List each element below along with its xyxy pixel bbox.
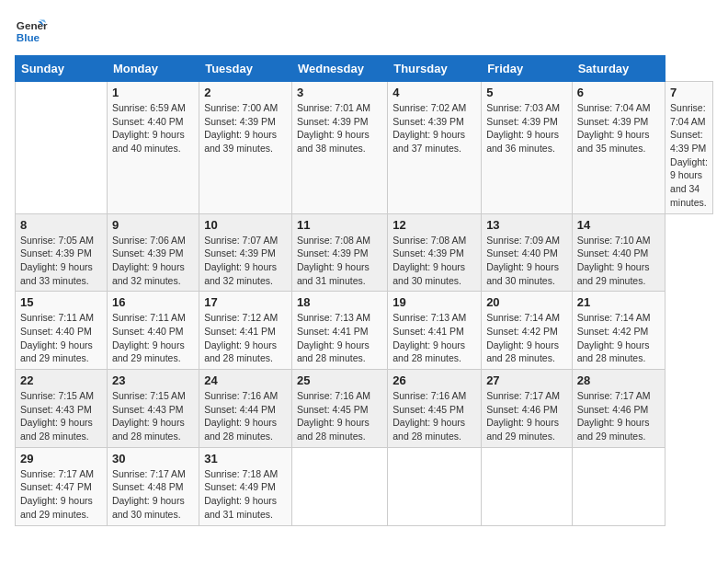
day-info: Sunrise: 7:04 AM Sunset: 4:39 PM Dayligh…: [670, 101, 708, 210]
calendar-day: 28 Sunrise: 7:17 AM Sunset: 4:46 PM Dayl…: [572, 370, 665, 448]
day-number: 1: [112, 86, 194, 99]
calendar-day: 11 Sunrise: 7:08 AM Sunset: 4:39 PM Dayl…: [291, 213, 387, 292]
day-number: 28: [577, 373, 660, 387]
logo: General Blue: [15, 15, 48, 48]
day-number: 21: [577, 295, 660, 309]
day-number: 16: [112, 295, 194, 309]
svg-text:Blue: Blue: [17, 31, 40, 43]
calendar-day: 27 Sunrise: 7:17 AM Sunset: 4:46 PM Dayl…: [482, 370, 573, 448]
calendar-day: 23 Sunrise: 7:15 AM Sunset: 4:43 PM Dayl…: [107, 370, 199, 448]
day-number: 4: [392, 86, 476, 99]
calendar-day: 24 Sunrise: 7:16 AM Sunset: 4:44 PM Dayl…: [199, 370, 292, 448]
day-info: Sunrise: 7:09 AM Sunset: 4:40 PM Dayligh…: [486, 234, 567, 288]
day-number: 8: [20, 218, 102, 232]
header-day: Thursday: [388, 56, 482, 82]
day-number: 14: [577, 218, 660, 232]
day-number: 17: [204, 295, 287, 309]
calendar-day: 25 Sunrise: 7:16 AM Sunset: 4:45 PM Dayl…: [291, 370, 387, 448]
day-info: Sunrise: 7:04 AM Sunset: 4:39 PM Dayligh…: [577, 101, 660, 155]
day-info: Sunrise: 7:14 AM Sunset: 4:42 PM Dayligh…: [486, 311, 567, 365]
day-number: 18: [297, 295, 382, 309]
calendar-week: 15 Sunrise: 7:11 AM Sunset: 4:40 PM Dayl…: [16, 292, 713, 370]
day-number: 6: [577, 86, 660, 99]
day-number: 30: [112, 452, 194, 465]
calendar-day: 14 Sunrise: 7:10 AM Sunset: 4:40 PM Dayl…: [572, 213, 665, 292]
day-number: 11: [297, 218, 382, 232]
header-day: Wednesday: [291, 56, 387, 82]
calendar-day: 7 Sunrise: 7:04 AM Sunset: 4:39 PM Dayli…: [665, 82, 713, 214]
calendar-day: 2 Sunrise: 7:00 AM Sunset: 4:39 PM Dayli…: [199, 82, 292, 214]
day-number: 23: [112, 373, 194, 387]
day-info: Sunrise: 7:11 AM Sunset: 4:40 PM Dayligh…: [20, 311, 102, 365]
calendar-week: 22 Sunrise: 7:15 AM Sunset: 4:43 PM Dayl…: [16, 370, 713, 448]
day-number: 31: [204, 452, 287, 465]
calendar-day: 8 Sunrise: 7:05 AM Sunset: 4:39 PM Dayli…: [16, 213, 108, 292]
empty-cell: [482, 447, 573, 525]
day-info: Sunrise: 7:16 AM Sunset: 4:45 PM Dayligh…: [392, 389, 476, 443]
day-info: Sunrise: 7:05 AM Sunset: 4:39 PM Dayligh…: [20, 234, 102, 288]
calendar-week: 8 Sunrise: 7:05 AM Sunset: 4:39 PM Dayli…: [16, 213, 713, 292]
day-info: Sunrise: 7:14 AM Sunset: 4:42 PM Dayligh…: [577, 311, 660, 365]
calendar-day: 10 Sunrise: 7:07 AM Sunset: 4:39 PM Dayl…: [199, 213, 292, 292]
day-number: 19: [392, 295, 476, 309]
calendar-day: 21 Sunrise: 7:14 AM Sunset: 4:42 PM Dayl…: [572, 292, 665, 370]
day-number: 25: [297, 373, 382, 387]
day-info: Sunrise: 7:12 AM Sunset: 4:41 PM Dayligh…: [204, 311, 287, 365]
day-info: Sunrise: 7:11 AM Sunset: 4:40 PM Dayligh…: [112, 311, 194, 365]
header-day: Tuesday: [199, 56, 292, 82]
calendar-day: 20 Sunrise: 7:14 AM Sunset: 4:42 PM Dayl…: [482, 292, 573, 370]
day-info: Sunrise: 7:16 AM Sunset: 4:45 PM Dayligh…: [297, 389, 382, 443]
calendar-day: 16 Sunrise: 7:11 AM Sunset: 4:40 PM Dayl…: [107, 292, 199, 370]
day-number: 20: [486, 295, 567, 309]
calendar-day: 12 Sunrise: 7:08 AM Sunset: 4:39 PM Dayl…: [388, 213, 482, 292]
header-day: Saturday: [572, 56, 665, 82]
day-info: Sunrise: 7:15 AM Sunset: 4:43 PM Dayligh…: [112, 389, 194, 443]
day-info: Sunrise: 7:08 AM Sunset: 4:39 PM Dayligh…: [392, 234, 476, 288]
day-number: 13: [486, 218, 567, 232]
day-number: 27: [486, 373, 567, 387]
header-day: Friday: [482, 56, 573, 82]
day-number: 15: [20, 295, 102, 309]
calendar-day: 6 Sunrise: 7:04 AM Sunset: 4:39 PM Dayli…: [572, 82, 665, 214]
calendar-day: 31 Sunrise: 7:18 AM Sunset: 4:49 PM Dayl…: [199, 447, 292, 525]
empty-cell: [572, 447, 665, 525]
day-info: Sunrise: 7:17 AM Sunset: 4:47 PM Dayligh…: [20, 467, 102, 522]
calendar-day: 19 Sunrise: 7:13 AM Sunset: 4:41 PM Dayl…: [388, 292, 482, 370]
header-day: Monday: [107, 56, 199, 82]
header-day: Sunday: [16, 56, 108, 82]
day-number: 29: [20, 452, 102, 465]
calendar-day: 13 Sunrise: 7:09 AM Sunset: 4:40 PM Dayl…: [482, 213, 573, 292]
day-info: Sunrise: 6:59 AM Sunset: 4:40 PM Dayligh…: [112, 101, 194, 155]
calendar-day: 26 Sunrise: 7:16 AM Sunset: 4:45 PM Dayl…: [388, 370, 482, 448]
day-info: Sunrise: 7:08 AM Sunset: 4:39 PM Dayligh…: [297, 234, 382, 288]
day-info: Sunrise: 7:10 AM Sunset: 4:40 PM Dayligh…: [577, 234, 660, 288]
calendar-day: 3 Sunrise: 7:01 AM Sunset: 4:39 PM Dayli…: [291, 82, 387, 214]
calendar-week: 1 Sunrise: 6:59 AM Sunset: 4:40 PM Dayli…: [16, 82, 713, 214]
day-info: Sunrise: 7:13 AM Sunset: 4:41 PM Dayligh…: [392, 311, 476, 365]
header: General Blue: [15, 15, 713, 48]
logo-icon: General Blue: [15, 15, 48, 48]
empty-cell: [388, 447, 482, 525]
calendar-table: SundayMondayTuesdayWednesdayThursdayFrid…: [15, 55, 713, 526]
calendar-day: 29 Sunrise: 7:17 AM Sunset: 4:47 PM Dayl…: [16, 447, 108, 525]
calendar-day: 22 Sunrise: 7:15 AM Sunset: 4:43 PM Dayl…: [16, 370, 108, 448]
day-info: Sunrise: 7:03 AM Sunset: 4:39 PM Dayligh…: [486, 101, 567, 155]
calendar-day: 30 Sunrise: 7:17 AM Sunset: 4:48 PM Dayl…: [107, 447, 199, 525]
day-number: 10: [204, 218, 287, 232]
calendar-day: 17 Sunrise: 7:12 AM Sunset: 4:41 PM Dayl…: [199, 292, 292, 370]
day-info: Sunrise: 7:07 AM Sunset: 4:39 PM Dayligh…: [204, 234, 287, 288]
calendar-day: 9 Sunrise: 7:06 AM Sunset: 4:39 PM Dayli…: [107, 213, 199, 292]
day-number: 5: [486, 86, 567, 99]
day-info: Sunrise: 7:17 AM Sunset: 4:48 PM Dayligh…: [112, 467, 194, 522]
day-info: Sunrise: 7:17 AM Sunset: 4:46 PM Dayligh…: [486, 389, 567, 443]
day-number: 7: [670, 86, 708, 99]
calendar-day: 4 Sunrise: 7:02 AM Sunset: 4:39 PM Dayli…: [388, 82, 482, 214]
day-number: 22: [20, 373, 102, 387]
calendar-day: 1 Sunrise: 6:59 AM Sunset: 4:40 PM Dayli…: [107, 82, 199, 214]
day-info: Sunrise: 7:16 AM Sunset: 4:44 PM Dayligh…: [204, 389, 287, 443]
empty-cell: [16, 82, 108, 214]
day-number: 12: [392, 218, 476, 232]
day-info: Sunrise: 7:00 AM Sunset: 4:39 PM Dayligh…: [204, 101, 287, 155]
day-number: 2: [204, 86, 287, 99]
day-info: Sunrise: 7:15 AM Sunset: 4:43 PM Dayligh…: [20, 389, 102, 443]
